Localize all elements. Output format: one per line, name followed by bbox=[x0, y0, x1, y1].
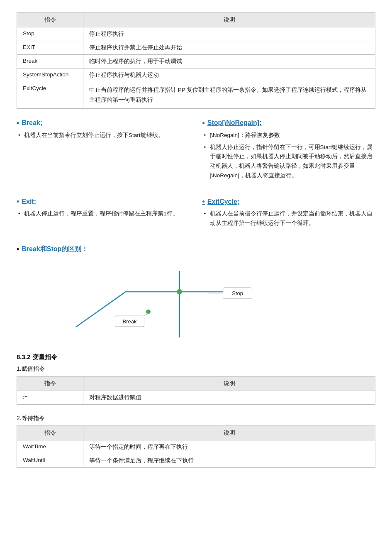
diagram-svg: Stop Break bbox=[17, 267, 375, 342]
col-header-desc: 说明 bbox=[83, 377, 375, 391]
break-bullet: 机器人在当前指令行立刻停止运行，按下Start键继续。 bbox=[24, 131, 190, 140]
cmd-cell: EXIT bbox=[17, 41, 83, 55]
exitcycle-bullet: 机器人在当前指令行停止运行，并设定当前循环结束，机器人自动从主程序第一行继续运行… bbox=[210, 209, 376, 228]
desc-cell: 等待一个指定的时间，程序再在下执行 bbox=[83, 440, 375, 454]
break-stop-diagram: Stop Break bbox=[17, 267, 375, 342]
svg-point-1 bbox=[177, 289, 182, 294]
svg-text:Stop: Stop bbox=[232, 290, 243, 296]
stop-noregain-bullet-2: 机器人停止运行，指针停留在下一行，可用Start键继续运行，属于临时性停止，如果… bbox=[210, 143, 376, 181]
table-row: Break 临时停止程序的执行，用于手动调试 bbox=[17, 55, 375, 68]
col-header-cmd: 指令 bbox=[17, 426, 83, 440]
distinction-row: Break和Stop的区别： bbox=[17, 245, 375, 259]
main-instruction-table: 指令 说明 Stop 停止程序执行 EXIT 停止程序执行并禁止在停止处再开始 … bbox=[17, 12, 375, 109]
desc-cell: 中止当前程序的运行并将程序指针 PP 复位到主程序的第一条指令。如果选择了程序连… bbox=[83, 82, 375, 109]
desc-cell: 停止程序执行并禁止在停止处再开始 bbox=[83, 41, 375, 55]
table-row: Stop 停止程序执行 bbox=[17, 27, 375, 41]
cmd-cell: := bbox=[17, 391, 83, 405]
desc-cell: 临时停止程序的执行，用于手动调试 bbox=[83, 55, 375, 68]
section-832-title: 8.3.2 变量指令 bbox=[17, 353, 375, 361]
stop-noregain-block: Stop[\NoRegain]; [\NoRegain]：路径恢复参数 机器人停… bbox=[202, 119, 376, 183]
table-row: SystemStopAction 停止程序执行与机器人运动 bbox=[17, 68, 375, 82]
exitcycle-heading: ExitCycle; bbox=[202, 197, 376, 206]
stop-noregain-heading: Stop[\NoRegain]; bbox=[202, 119, 376, 127]
table-row: WaitUntil 等待一个条件满足后，程序继续在下执行 bbox=[17, 454, 375, 468]
desc-cell: 对程序数据进行赋值 bbox=[83, 391, 375, 405]
exit-heading: Exit; bbox=[17, 197, 190, 206]
col-header-cmd: 指令 bbox=[17, 377, 83, 391]
exit-bullet: 机器人停止运行，程序重置，程序指针停留在主程序第1行。 bbox=[24, 209, 190, 219]
exitcycle-block: ExitCycle; 机器人在当前指令行停止运行，并设定当前循环结束，机器人自动… bbox=[202, 197, 376, 231]
stop-noregain-bullet-1: [\NoRegain]：路径恢复参数 bbox=[210, 131, 376, 140]
svg-text:Break: Break bbox=[123, 318, 137, 325]
table-row: EXIT 停止程序执行并禁止在停止处再开始 bbox=[17, 41, 375, 55]
break-heading: Break; bbox=[17, 119, 190, 127]
wait-table-title: 2.等待指令 bbox=[17, 415, 375, 422]
cmd-cell: WaitTime bbox=[17, 440, 83, 454]
col-header-desc: 说明 bbox=[83, 13, 375, 27]
desc-cell: 停止程序执行与机器人运动 bbox=[83, 68, 375, 82]
wait-table: 指令 说明 WaitTime 等待一个指定的时间，程序再在下执行 WaitUnt… bbox=[17, 425, 375, 468]
table-row: := 对程序数据进行赋值 bbox=[17, 391, 375, 405]
col-header-cmd: 指令 bbox=[17, 13, 83, 27]
distinction-heading-block: Break和Stop的区别： bbox=[17, 245, 190, 259]
exit-block: Exit; 机器人停止运行，程序重置，程序指针停留在主程序第1行。 bbox=[17, 197, 190, 231]
break-stop-section: Break; 机器人在当前指令行立刻停止运行，按下Start键继续。 Stop[… bbox=[17, 119, 375, 190]
desc-cell: 等待一个条件满足后，程序继续在下执行 bbox=[83, 454, 375, 468]
table-row: WaitTime 等待一个指定的时间，程序再在下执行 bbox=[17, 440, 375, 454]
cmd-cell: Break bbox=[17, 55, 83, 68]
assign-table: 指令 说明 := 对程序数据进行赋值 bbox=[17, 376, 375, 405]
cmd-cell: SystemStopAction bbox=[17, 68, 83, 82]
cmd-cell: Stop bbox=[17, 27, 83, 41]
assign-table-title: 1.赋值指令 bbox=[17, 365, 375, 373]
cmd-cell: ExitCycle bbox=[17, 82, 83, 109]
exit-exitcycle-section: Exit; 机器人停止运行，程序重置，程序指针停留在主程序第1行。 ExitCy… bbox=[17, 197, 375, 237]
break-block: Break; 机器人在当前指令行立刻停止运行，按下Start键继续。 bbox=[17, 119, 190, 183]
distinction-heading: Break和Stop的区别： bbox=[17, 245, 190, 254]
table-row: ExitCycle 中止当前程序的运行并将程序指针 PP 复位到主程序的第一条指… bbox=[17, 82, 375, 109]
desc-cell: 停止程序执行 bbox=[83, 27, 375, 41]
col-header-desc: 说明 bbox=[83, 426, 375, 440]
cmd-cell: WaitUntil bbox=[17, 454, 83, 468]
